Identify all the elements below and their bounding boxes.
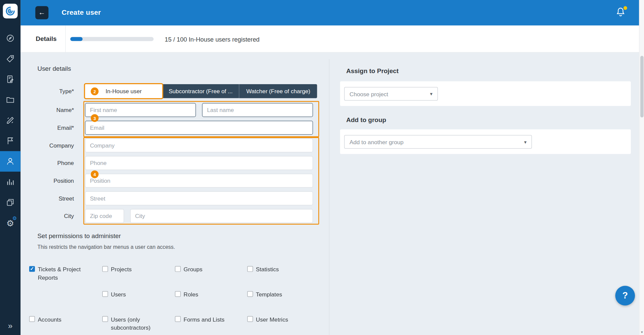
brand-logo[interactable] bbox=[3, 4, 18, 18]
phone-label: Phone bbox=[37, 160, 74, 166]
sidebar-item-projects[interactable] bbox=[0, 130, 20, 151]
assign-to-project-heading: Assign to Project bbox=[346, 67, 398, 75]
zip-code-input[interactable] bbox=[85, 209, 124, 223]
step-badge-3: 3 bbox=[91, 114, 99, 122]
permission-user-metrics[interactable]: User Metrics bbox=[247, 315, 313, 324]
permission-projects[interactable]: Projects bbox=[102, 265, 175, 274]
user-icon bbox=[6, 157, 15, 166]
sidebar-item-users[interactable] bbox=[0, 151, 20, 172]
sidebar-item-tickets[interactable] bbox=[0, 48, 20, 69]
details-header-row: Details 15 / 100 In-House users register… bbox=[20, 25, 644, 53]
tab-divider bbox=[65, 25, 66, 53]
users-progress-label: 15 / 100 In-House users registered bbox=[165, 25, 260, 53]
notification-badge bbox=[624, 6, 627, 10]
choose-project-dropdown[interactable]: Choose project ▾ bbox=[344, 87, 438, 101]
street-label: Street bbox=[37, 195, 74, 202]
document-icon bbox=[6, 75, 15, 84]
checkbox-icon[interactable] bbox=[29, 316, 35, 322]
type-option-subcontractor[interactable]: Subcontractor (Free of ... bbox=[162, 84, 239, 98]
checkbox-icon[interactable] bbox=[102, 266, 108, 272]
position-label: Position bbox=[37, 177, 74, 184]
city-row: City bbox=[37, 209, 318, 223]
checkbox-label: Roles bbox=[183, 290, 198, 299]
compass-icon bbox=[6, 34, 15, 43]
checkbox-icon[interactable] bbox=[247, 266, 253, 272]
vertical-scrollbar[interactable]: ▾ bbox=[639, 0, 644, 335]
permission-tickets-project-reports[interactable]: Tickets & Project Reports bbox=[29, 265, 102, 282]
permissions-heading: Set permissions to administer bbox=[37, 232, 121, 240]
checkbox-icon[interactable] bbox=[247, 291, 253, 297]
column-divider bbox=[329, 59, 329, 335]
settings-icon: ⚙ ⚙ bbox=[5, 218, 15, 228]
checkbox-label: Projects bbox=[111, 265, 132, 274]
email-input[interactable] bbox=[85, 121, 313, 135]
company-input[interactable] bbox=[85, 138, 313, 152]
last-name-input[interactable] bbox=[202, 103, 313, 117]
type-label: Type* bbox=[37, 88, 74, 95]
type-option-watcher[interactable]: Watcher (Free of charge) bbox=[239, 84, 317, 98]
sidebar-item-settings[interactable]: ⚙ ⚙ bbox=[0, 213, 20, 233]
sidebar-expand-button[interactable]: » bbox=[0, 319, 20, 333]
notifications-button[interactable] bbox=[615, 7, 628, 19]
help-button[interactable]: ? bbox=[615, 286, 635, 305]
email-label: Email* bbox=[37, 124, 74, 131]
permission-statistics[interactable]: Statistics bbox=[247, 265, 313, 274]
permissions-grid: Tickets & Project Reports Projects Group… bbox=[29, 265, 313, 335]
checkbox-icon[interactable] bbox=[102, 291, 108, 297]
checkbox-label: Accounts bbox=[38, 315, 62, 324]
flag-icon bbox=[6, 136, 15, 146]
checkbox-label: Templates bbox=[256, 290, 282, 299]
scroll-down-arrow-icon[interactable]: ▾ bbox=[640, 329, 644, 335]
brand-logo-icon bbox=[4, 5, 16, 17]
type-row: Type* In-House user Subcontractor (Free … bbox=[37, 84, 318, 98]
email-row: Email* bbox=[37, 120, 318, 135]
permission-forms-and-lists[interactable]: Forms and Lists bbox=[175, 315, 248, 324]
sidebar-item-tools[interactable] bbox=[0, 110, 20, 130]
user-details-form: User details Type* In-House user Subcont… bbox=[37, 65, 318, 72]
checkbox-icon[interactable] bbox=[29, 266, 35, 272]
sidebar-item-templates[interactable] bbox=[0, 192, 20, 213]
phone-input[interactable] bbox=[85, 156, 313, 170]
permission-users-only-subcontractors[interactable]: Users (only subcontractors) bbox=[102, 315, 175, 332]
position-input[interactable] bbox=[85, 173, 313, 187]
permission-templates[interactable]: Templates bbox=[247, 290, 313, 299]
sidebar-item-documents[interactable] bbox=[0, 90, 20, 110]
step-badge-4: 4 bbox=[91, 170, 99, 178]
tab-details[interactable]: Details bbox=[36, 25, 57, 53]
checkbox-icon[interactable] bbox=[175, 291, 181, 297]
tools-icon bbox=[6, 116, 15, 125]
page-title: Create user bbox=[62, 0, 101, 25]
checkbox-icon[interactable] bbox=[175, 316, 181, 322]
name-row: Name* bbox=[37, 103, 318, 117]
checkbox-icon[interactable] bbox=[175, 266, 181, 272]
permission-users[interactable]: Users bbox=[102, 290, 175, 299]
assign-to-project-panel: Choose project ▾ bbox=[340, 81, 631, 106]
phone-row: Phone bbox=[37, 156, 318, 170]
city-input[interactable] bbox=[130, 209, 313, 223]
checkbox-label: Users bbox=[111, 290, 126, 299]
permission-groups[interactable]: Groups bbox=[175, 265, 248, 274]
folder-icon bbox=[6, 95, 15, 104]
permission-roles[interactable]: Roles bbox=[175, 290, 248, 299]
company-label: Company bbox=[37, 142, 74, 149]
checkbox-label: Forms and Lists bbox=[183, 315, 224, 324]
permission-accounts[interactable]: Accounts bbox=[29, 315, 102, 324]
sidebar-item-plans[interactable] bbox=[0, 69, 20, 90]
top-bar: ← Create user bbox=[20, 0, 644, 25]
checkbox-icon[interactable] bbox=[102, 316, 108, 322]
street-input[interactable] bbox=[85, 191, 313, 205]
checkbox-icon[interactable] bbox=[247, 316, 253, 322]
checkbox-label: Groups bbox=[183, 265, 202, 274]
first-name-input[interactable] bbox=[85, 103, 196, 117]
back-button[interactable]: ← bbox=[35, 6, 48, 19]
sidebar-item-navigator[interactable] bbox=[0, 28, 20, 48]
main-content: User details Type* In-House user Subcont… bbox=[20, 53, 644, 335]
add-to-group-dropdown[interactable]: Add to another group ▾ bbox=[344, 135, 532, 149]
user-details-heading: User details bbox=[37, 65, 318, 72]
clipboard-icon bbox=[6, 198, 15, 207]
chevron-down-icon: ▾ bbox=[430, 91, 432, 97]
app-window: ⚙ ⚙ » ← Create user Details 15 / 100 In-… bbox=[0, 0, 644, 335]
checkbox-label: Users (only subcontractors) bbox=[111, 315, 160, 332]
scrollbar-thumb[interactable] bbox=[640, 56, 644, 118]
sidebar-item-statistics[interactable] bbox=[0, 172, 20, 192]
